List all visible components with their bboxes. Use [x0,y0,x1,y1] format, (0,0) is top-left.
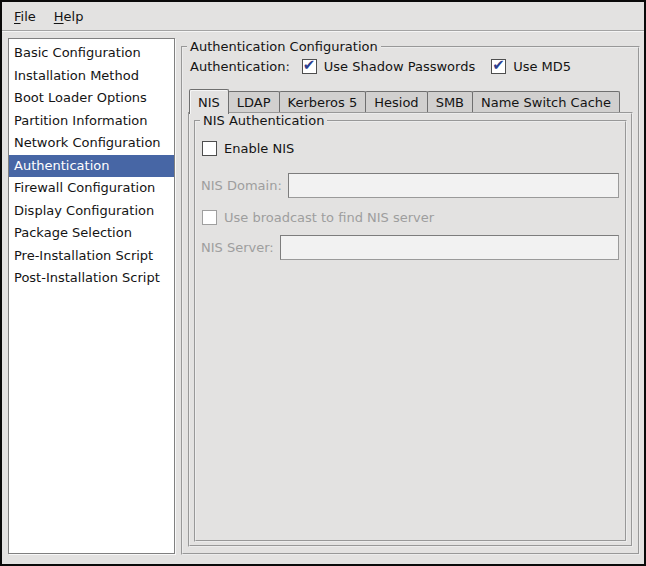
checkmark-icon: ✔ [303,56,316,74]
nis-domain-input [288,173,619,198]
use-shadow-passwords-checkbox-box[interactable]: ✔ [302,59,317,74]
sidebar-item-partition-information[interactable]: Partition Information [9,110,174,133]
tab-nis[interactable]: NIS [189,89,229,114]
tab-hesiod[interactable]: Hesiod [365,91,427,113]
nis-server-label: NIS Server: [201,240,274,255]
use-shadow-passwords-checkbox[interactable]: ✔ Use Shadow Passwords [302,59,475,74]
menu-file-label: ile [21,9,36,24]
use-shadow-passwords-label: Use Shadow Passwords [324,59,475,74]
sidebar-item-package-selection[interactable]: Package Selection [9,222,174,245]
tab-kerberos5[interactable]: Kerberos 5 [279,91,367,113]
menu-file[interactable]: File [5,4,45,29]
menu-help-label: elp [64,9,84,24]
nis-domain-row: NIS Domain: [201,173,619,198]
use-md5-checkbox-box[interactable]: ✔ [491,59,506,74]
use-broadcast-row: Use broadcast to find NIS server [202,210,450,225]
tab-ldap[interactable]: LDAP [228,91,280,113]
section-list: Basic Configuration Installation Method … [8,38,175,554]
nis-server-input [280,235,619,260]
sidebar-item-authentication[interactable]: Authentication [9,155,174,178]
enable-nis-checkbox-box[interactable] [202,141,217,156]
kickstart-configurator-window: File Help Basic Configuration Installati… [0,0,646,566]
nis-authentication-frame-title: NIS Authentication [200,113,327,129]
authentication-configuration-frame-title: Authentication Configuration [187,39,381,55]
sidebar-item-network-configuration[interactable]: Network Configuration [9,132,174,155]
menu-help-mnemonic: H [54,9,64,24]
authentication-options-row: Authentication: ✔ Use Shadow Passwords ✔… [190,59,587,74]
sidebar-item-firewall-configuration[interactable]: Firewall Configuration [9,177,174,200]
sidebar-item-basic-configuration[interactable]: Basic Configuration [9,42,174,65]
use-md5-label: Use MD5 [513,59,571,74]
use-md5-checkbox[interactable]: ✔ Use MD5 [491,59,571,74]
authentication-label: Authentication: [190,59,290,74]
use-broadcast-checkbox-box [202,210,217,225]
sidebar-item-pre-installation-script[interactable]: Pre-Installation Script [9,245,174,268]
enable-nis-row: Enable NIS [202,141,310,156]
menu-help[interactable]: Help [45,4,93,29]
tab-smb[interactable]: SMB [427,91,473,113]
nis-authentication-frame: NIS Authentication Enable NIS NIS Domain… [194,120,627,542]
tab-name-switch-cache[interactable]: Name Switch Cache [472,91,620,113]
checkmark-icon: ✔ [492,56,505,74]
nis-tab-page: NIS Authentication Enable NIS NIS Domain… [188,112,633,547]
use-broadcast-checkbox: Use broadcast to find NIS server [202,210,434,225]
sidebar-item-post-installation-script[interactable]: Post-Installation Script [9,267,174,290]
nis-server-row: NIS Server: [201,235,619,260]
sidebar-item-display-configuration[interactable]: Display Configuration [9,200,174,223]
use-broadcast-label: Use broadcast to find NIS server [224,210,434,225]
menu-bar: File Help [2,2,644,31]
authentication-configuration-frame: Authentication Configuration Authenticat… [181,46,640,555]
enable-nis-checkbox[interactable]: Enable NIS [202,141,294,156]
auth-method-tab-bar: NIS LDAP Kerberos 5 Hesiod SMB Name Swit… [189,88,619,113]
enable-nis-label: Enable NIS [224,141,294,156]
sidebar-item-installation-method[interactable]: Installation Method [9,65,174,88]
sidebar-item-boot-loader-options[interactable]: Boot Loader Options [9,87,174,110]
nis-domain-label: NIS Domain: [201,178,282,193]
